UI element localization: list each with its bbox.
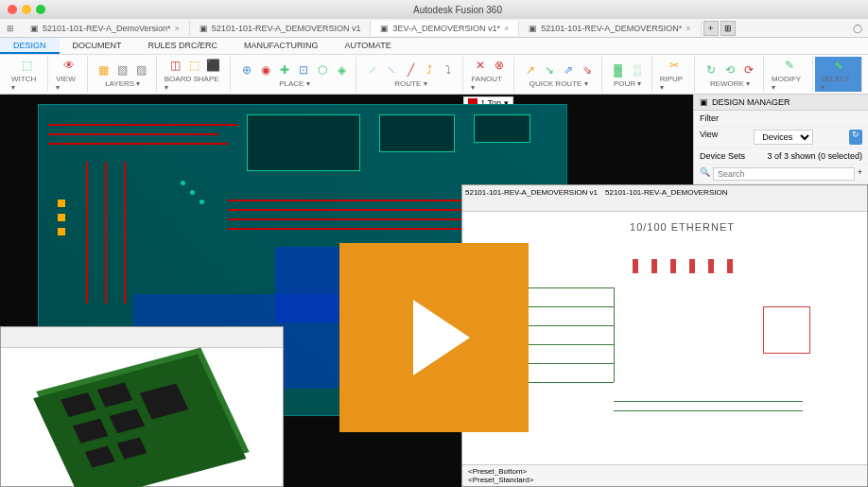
tool-group-modify: ✎MODIFY ▾ xyxy=(766,57,813,92)
tool-icon[interactable]: ⊗ xyxy=(491,57,508,74)
pcb-icon: ▣ xyxy=(30,24,39,33)
tool-icon[interactable]: ⤵ xyxy=(440,61,457,78)
tool-icon[interactable]: ⟍ xyxy=(383,61,400,78)
play-button[interactable] xyxy=(339,243,529,432)
tool-icon[interactable]: ⟳ xyxy=(740,61,757,78)
app-title: Autodesk Fusion 360 xyxy=(55,5,860,15)
tool-icon[interactable]: ✂ xyxy=(666,57,683,74)
tool-group-witch: ⬚WITCH ▾ xyxy=(6,57,48,92)
tool-icon[interactable]: ⤴ xyxy=(421,61,438,78)
list-item[interactable]: <Preset_Bottom> xyxy=(468,467,861,476)
tool-group-rework: ↻⟲⟳REWORK ▾ xyxy=(697,57,764,92)
list-item[interactable]: <Preset_Standard> xyxy=(468,476,861,484)
tool-icon[interactable]: ⬡ xyxy=(314,61,331,78)
pcb-3d-model[interactable] xyxy=(36,347,249,487)
tool-icon[interactable]: ╱ xyxy=(402,61,419,78)
tool-group-route: ⟋⟍╱⤴⤵ROUTE ▾ xyxy=(358,57,463,92)
panel-icon: ▣ xyxy=(700,97,708,107)
inset-3d-view[interactable] xyxy=(0,326,284,487)
close-icon[interactable]: × xyxy=(686,24,690,33)
tool-label[interactable]: BOARD SHAPE ▾ xyxy=(165,75,225,92)
view-select[interactable]: Devices xyxy=(754,130,813,145)
tool-icon[interactable]: ▧ xyxy=(114,61,131,78)
close-icon[interactable]: × xyxy=(504,24,509,33)
minimize-window-icon[interactable] xyxy=(22,5,31,14)
menu-design[interactable]: DESIGN xyxy=(0,38,60,54)
tool-icon[interactable]: ⬛ xyxy=(205,57,222,74)
tool-label[interactable]: LAYERS ▾ xyxy=(105,79,140,88)
document-tab[interactable]: ▣3EV-A_DEMOVERSION v1*× xyxy=(371,21,519,36)
tool-icon[interactable]: ⟲ xyxy=(721,61,738,78)
add-icon[interactable]: + xyxy=(858,167,862,181)
tool-icon[interactable]: ⊕ xyxy=(238,61,255,78)
workspace: 1 Top ▾ OLED DISPLAY (SSD xyxy=(0,95,868,487)
tool-icon[interactable]: ✚ xyxy=(276,61,293,78)
sets-status: 3 of 3 shown (0 selected) xyxy=(767,151,862,161)
pcb-icon: ▣ xyxy=(380,24,389,33)
tool-icon[interactable]: ↗ xyxy=(522,61,539,78)
tool-group-view: 👁VIEW ▾ xyxy=(50,57,88,92)
tool-icon[interactable]: ↘ xyxy=(541,61,558,78)
document-tab[interactable]: ▣52101-101-REV-A_DemoVersion*× xyxy=(21,21,190,36)
tool-icon[interactable]: ⬚ xyxy=(186,57,203,74)
document-tabbar: ⊞ ▣52101-101-REV-A_DemoVersion*× ▣52101-… xyxy=(0,19,868,38)
tool-label[interactable]: FANOUT ▾ xyxy=(471,75,507,92)
tool-icon[interactable]: ✕ xyxy=(472,57,489,74)
panel-title: ▣ DESIGN MANAGER xyxy=(694,95,868,111)
tool-label[interactable]: RIPUP ▾ xyxy=(660,75,688,92)
schematic-tab[interactable]: 52101-101-REV-A_DEMOVERSION v1 xyxy=(465,188,598,197)
tool-group-fanout: ✕⊗FANOUT ▾ xyxy=(465,57,513,92)
refresh-icon[interactable]: ↻ xyxy=(849,130,862,145)
tool-group-pour: ▓░POUR ▾ xyxy=(604,57,652,92)
tool-icon[interactable]: ⊡ xyxy=(295,61,312,78)
add-tab-button[interactable]: + xyxy=(703,21,719,36)
tool-icon[interactable]: ⇗ xyxy=(560,61,577,78)
schematic-tab[interactable]: 52101-101-REV-A_DEMOVERSION xyxy=(605,188,727,197)
tool-label[interactable]: QUICK ROUTE ▾ xyxy=(529,79,588,88)
tool-icon[interactable]: ✎ xyxy=(781,57,798,74)
user-icon[interactable]: ◯ xyxy=(847,24,868,33)
tool-icon[interactable]: ↻ xyxy=(703,61,720,78)
menubar: DESIGN DOCUMENT RULES DRC/ERC MANUFACTUR… xyxy=(0,38,868,55)
tool-icon[interactable]: 👁 xyxy=(61,57,78,74)
schematic-header: 52101-101-REV-A_DEMOVERSION v1 52101-101… xyxy=(462,185,867,212)
filter-row[interactable]: Filter xyxy=(694,111,868,127)
document-tab[interactable]: ▣52101-101-REV-A_DEMOVERSION*× xyxy=(519,21,701,36)
menu-document[interactable]: DOCUMENT xyxy=(60,38,135,54)
tool-label[interactable]: PLACE ▾ xyxy=(279,79,309,88)
tool-icon[interactable]: ⟋ xyxy=(364,61,381,78)
tool-label[interactable]: SELECT ▾ xyxy=(821,75,856,92)
document-tab[interactable]: ▣52101-101-REV-A_DEMOVERSION v1 xyxy=(190,21,372,36)
menu-rules[interactable]: RULES DRC/ERC xyxy=(135,38,232,54)
menu-automate[interactable]: AUTOMATE xyxy=(332,38,405,54)
tool-label[interactable]: MODIFY ▾ xyxy=(772,75,807,92)
tool-label[interactable]: ROUTE ▾ xyxy=(394,79,426,88)
panel-toggle-icon[interactable]: ⊞ xyxy=(0,24,21,33)
sets-label: Device Sets xyxy=(700,151,745,161)
close-window-icon[interactable] xyxy=(8,5,17,14)
tool-icon[interactable]: ▓ xyxy=(610,61,627,78)
tool-label[interactable]: VIEW ▾ xyxy=(56,75,81,92)
grid-view-button[interactable]: ⊞ xyxy=(720,21,736,36)
preset-list: <Preset_Bottom> <Preset_Standard> xyxy=(462,464,867,486)
search-input[interactable] xyxy=(713,167,855,181)
close-icon[interactable]: × xyxy=(175,24,180,33)
toolbar: ⬚WITCH ▾👁VIEW ▾▦▧▨LAYERS ▾◫⬚⬛BOARD SHAPE… xyxy=(0,55,868,95)
maximize-window-icon[interactable] xyxy=(36,5,45,14)
play-icon xyxy=(413,300,470,375)
search-icon: 🔍 xyxy=(700,167,710,181)
tool-label[interactable]: WITCH ▾ xyxy=(11,75,42,92)
tool-icon[interactable]: ▨ xyxy=(133,61,150,78)
tool-icon[interactable]: ⇘ xyxy=(579,61,596,78)
menu-manufacturing[interactable]: MANUFACTURING xyxy=(231,38,332,54)
tool-icon[interactable]: ⬚ xyxy=(18,57,35,74)
tool-icon[interactable]: ░ xyxy=(629,61,646,78)
tool-icon[interactable]: ◫ xyxy=(167,57,184,74)
tool-icon[interactable]: ◈ xyxy=(333,61,350,78)
tool-icon[interactable]: ▦ xyxy=(95,61,113,78)
pcb-icon: ▣ xyxy=(200,24,208,33)
tool-icon[interactable]: ◉ xyxy=(257,61,274,78)
tool-label[interactable]: REWORK ▾ xyxy=(710,79,750,88)
tool-label[interactable]: POUR ▾ xyxy=(614,79,641,88)
tool-icon[interactable]: ⬉ xyxy=(830,57,847,74)
